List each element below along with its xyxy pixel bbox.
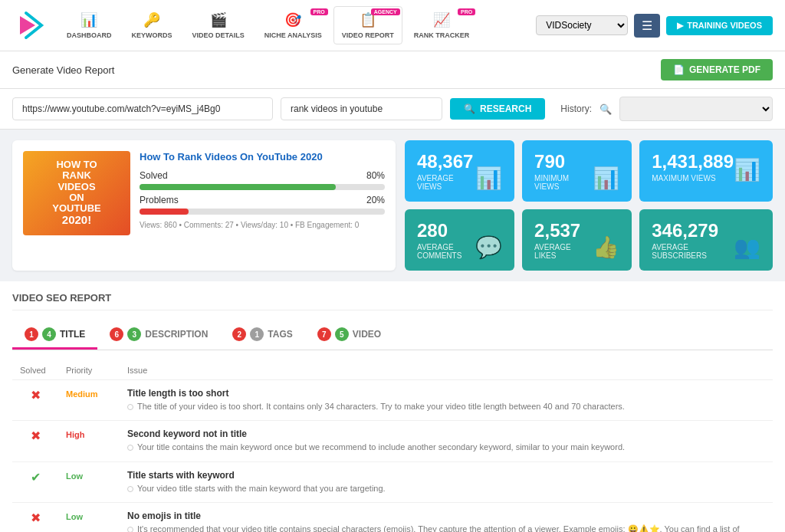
video-meta: Views: 860 • Comments: 27 • Views/day: 1…: [140, 221, 385, 229]
logo: [12, 8, 46, 42]
tab-badge-green: 5: [335, 327, 349, 341]
col-issue: Issue: [120, 361, 773, 380]
solved-label: Solved: [140, 170, 168, 181]
table-row: ✖ Medium Title length is too short The t…: [12, 380, 773, 421]
table-row: ✖ Low No emojis in title It's recommende…: [12, 503, 773, 532]
check-icon: ✔: [31, 471, 41, 484]
seo-tabs: 14TITLE63DESCRIPTION21TAGS75VIDEO: [12, 321, 773, 350]
keywords-label: KEYWORDS: [132, 31, 172, 39]
video-info: How To Rank Videos On YouTube 2020 Solve…: [140, 151, 385, 260]
priority-label: Low: [66, 471, 83, 481]
issue-cell: No emojis in title It's recommended that…: [120, 503, 773, 532]
stat-number: 346,279: [652, 220, 734, 241]
solved-pct: 80%: [366, 170, 385, 181]
priority-label: Low: [66, 512, 83, 521]
issue-cell: Title length is too short The title of y…: [120, 380, 773, 421]
priority-label: High: [66, 430, 84, 439]
stat-label: AVERAGE COMMENTS: [417, 243, 475, 260]
issue-table: Solved Priority Issue ✖ Medium Title len…: [12, 361, 773, 532]
video-title: How To Rank Videos On YouTube 2020: [140, 151, 385, 163]
issue-name: No emojis in title: [127, 511, 765, 521]
dashboard-icon: 📊: [80, 11, 97, 28]
video-details-icon: 🎬: [210, 11, 227, 28]
nav-item-rank-tracker[interactable]: 📈 RANK TRACKER PRO: [406, 6, 478, 44]
video-thumbnail: HOW TORANKVIDEOSONYOUTUBE2020!: [23, 151, 130, 235]
tab-title[interactable]: 14TITLE: [12, 321, 97, 350]
seo-title: VIDEO SEO REPORT: [12, 292, 773, 310]
issue-name: Title starts with keyword: [127, 470, 765, 481]
stat-icon: 📊: [593, 166, 619, 191]
col-solved: Solved: [12, 361, 58, 380]
solved-cell: ✖: [12, 380, 58, 421]
rank-tracker-label: RANK TRACKER: [414, 31, 470, 39]
nav-item-dashboard[interactable]: 📊 DASHBOARD: [58, 6, 120, 44]
search-bar: 🔍 RESEARCH History: 🔍: [0, 89, 785, 130]
stat-number: 280: [417, 220, 475, 241]
stat-icon: 👥: [734, 235, 760, 260]
tab-badge-red: 7: [317, 327, 331, 341]
stat-label: MAXIMUM VIEWS: [652, 174, 734, 182]
research-button[interactable]: 🔍 RESEARCH: [450, 98, 545, 120]
training-button[interactable]: ▶ TRAINING VIDEOS: [666, 16, 773, 35]
video-stats-section: HOW TORANKVIDEOSONYOUTUBE2020! How To Ra…: [0, 130, 785, 281]
table-row: ✔ Low Title starts with keyword Your vid…: [12, 461, 773, 502]
menu-button[interactable]: ☰: [634, 14, 660, 38]
tab-video[interactable]: 75VIDEO: [305, 321, 393, 350]
priority-cell: Low: [58, 503, 120, 532]
problems-progress-fill: [140, 209, 189, 215]
nav-bar: 📊 DASHBOARD 🔑 KEYWORDS 🎬 VIDEO DETAILS 🎯…: [58, 6, 530, 44]
cross-icon: ✖: [31, 511, 41, 524]
tab-badge-green: 3: [127, 327, 141, 341]
solved-row: Solved 80%: [140, 170, 385, 181]
stat-row: 346,279 AVERAGE SUBSCRIBERS 👥: [652, 220, 760, 260]
priority-cell: Medium: [58, 380, 120, 421]
stat-card-minimum-views: 790 MINIMUM VIEWS 📊: [522, 140, 632, 202]
stat-number: 2,537: [534, 220, 593, 241]
stat-card-average-likes: 2,537 AVERAGE LIKES 👍: [522, 209, 632, 271]
history-select[interactable]: [619, 97, 773, 121]
stat-label: AVERAGE LIKES: [534, 243, 593, 260]
stat-number: 1,431,889: [652, 151, 734, 172]
cross-icon: ✖: [31, 429, 41, 442]
research-icon: 🔍: [464, 103, 475, 114]
stat-card-average-subscribers: 346,279 AVERAGE SUBSCRIBERS 👥: [639, 209, 773, 271]
stat-icon: 📊: [734, 157, 760, 182]
tab-tags[interactable]: 21TAGS: [220, 321, 304, 350]
seo-section: VIDEO SEO REPORT 14TITLE63DESCRIPTION21T…: [0, 281, 785, 532]
solved-progress-fill: [140, 184, 336, 190]
dashboard-label: DASHBOARD: [67, 31, 112, 39]
tab-description[interactable]: 63DESCRIPTION: [97, 321, 220, 350]
tab-label-title: TITLE: [60, 329, 85, 340]
tab-badge-red: 2: [232, 327, 246, 341]
tab-badge-green: 4: [42, 327, 56, 341]
stat-row: 280 AVERAGE COMMENTS 💬: [417, 220, 502, 260]
tab-badge-gray: 1: [250, 327, 264, 341]
keywords-icon: 🔑: [143, 11, 160, 28]
problems-label: Problems: [140, 195, 179, 205]
header: 📊 DASHBOARD 🔑 KEYWORDS 🎬 VIDEO DETAILS 🎯…: [0, 0, 785, 51]
keyword-input[interactable]: [281, 97, 442, 120]
stat-row: 790 MINIMUM VIEWS 📊: [534, 151, 619, 191]
nav-item-niche-analysis[interactable]: 🎯 NICHE ANALYSIS PRO: [256, 6, 330, 44]
issue-cell: Second keyword not in title Your title c…: [120, 421, 773, 461]
stat-icon: 👍: [593, 235, 619, 260]
issue-desc: Your title contains the main keyword onc…: [127, 442, 765, 453]
nav-item-video-report[interactable]: 📋 VIDEO REPORT AGENCY: [333, 6, 402, 44]
stat-card-average-comments: 280 AVERAGE COMMENTS 💬: [405, 209, 514, 271]
nav-item-keywords[interactable]: 🔑 KEYWORDS: [123, 6, 181, 44]
problems-row: Problems 20%: [140, 195, 385, 205]
url-input[interactable]: [12, 97, 273, 120]
nav-item-video-details[interactable]: 🎬 VIDEO DETAILS: [184, 6, 253, 44]
stat-row: 1,431,889 MAXIMUM VIEWS 📊: [652, 151, 760, 182]
col-priority: Priority: [58, 361, 120, 380]
priority-cell: High: [58, 421, 120, 461]
problems-progress-bar: [140, 209, 385, 215]
account-select[interactable]: VIDSociety: [536, 15, 628, 35]
issue-desc: It's recommended that your video title c…: [127, 524, 765, 532]
tab-badge-red: 1: [25, 327, 38, 341]
stats-grid: 48,367 AVERAGE VIEWS 📊 790 MINIMUM VIEWS…: [405, 140, 773, 271]
generate-pdf-button[interactable]: 📄 GENERATE PDF: [661, 59, 773, 80]
stat-row: 48,367 AVERAGE VIEWS 📊: [417, 151, 502, 191]
cross-icon: ✖: [31, 389, 41, 402]
stat-row: 2,537 AVERAGE LIKES 👍: [534, 220, 619, 260]
